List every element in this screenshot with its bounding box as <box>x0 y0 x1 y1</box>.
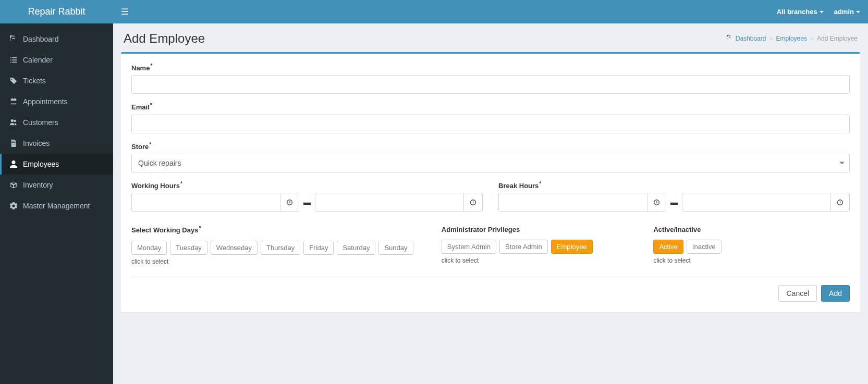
store-select[interactable]: Quick repairs <box>131 154 850 172</box>
day-pill-friday[interactable]: Friday <box>303 241 334 255</box>
break-hours-label: Break Hours <box>498 181 541 190</box>
day-pill-thursday[interactable]: Thursday <box>261 241 300 255</box>
day-pill-tuesday[interactable]: Tuesday <box>170 241 207 255</box>
day-pill-monday[interactable]: Monday <box>131 241 167 255</box>
status-pill-active[interactable]: Active <box>653 240 683 254</box>
caret-down-icon <box>856 11 860 13</box>
gears-icon <box>9 202 18 209</box>
sidebar-item-customers[interactable]: Customers <box>0 112 113 133</box>
working-end-input[interactable] <box>315 193 463 211</box>
priv-label: Administrator Privileges <box>442 226 520 233</box>
status-hint: click to select <box>653 257 850 264</box>
caret-down-icon <box>820 11 824 13</box>
sidebar-item-employees[interactable]: Employees <box>0 154 113 175</box>
users-icon <box>9 119 18 126</box>
clock-icon[interactable] <box>647 193 666 211</box>
page-title: Add Employee <box>124 31 205 46</box>
sidebar-item-label: Dashboard <box>23 35 59 43</box>
day-pill-saturday[interactable]: Saturday <box>337 241 375 255</box>
cancel-button[interactable]: Cancel <box>778 285 817 302</box>
box-icon <box>9 181 18 189</box>
range-dash: ▬ <box>303 198 311 206</box>
branches-label: All branches <box>777 8 817 16</box>
sidebar-item-label: Calender <box>23 56 53 64</box>
store-label: Store <box>131 142 151 151</box>
sidebar-item-appointments[interactable]: Appointments <box>0 91 113 112</box>
sidebar-item-dashboard[interactable]: Dashboard <box>0 29 113 49</box>
sidebar-item-label: Tickets <box>23 77 46 85</box>
email-input[interactable] <box>131 115 850 133</box>
sidebar-item-tickets[interactable]: Tickets <box>0 70 113 91</box>
break-end-input[interactable] <box>682 193 830 211</box>
name-label: Name <box>131 63 152 72</box>
priv-pill-store-admin[interactable]: Store Admin <box>499 240 548 254</box>
store-value: Quick repairs <box>138 159 181 167</box>
breadcrumb-sep: > <box>769 35 773 42</box>
sidebar: DashboardCalenderTicketsAppointmentsCust… <box>0 23 113 384</box>
list-icon <box>9 56 18 64</box>
dashboard-icon <box>727 35 732 42</box>
breadcrumb: Dashboard > Employees > Add Employee <box>727 35 858 42</box>
priv-pill-system-admin[interactable]: System Admin <box>442 240 496 254</box>
dashboard-icon <box>9 35 18 43</box>
day-pill-wednseday[interactable]: Wednseday <box>211 241 258 255</box>
tag-icon <box>9 77 18 84</box>
file-icon <box>9 140 18 147</box>
days-label: Select Working Days <box>131 225 201 234</box>
status-label: Active/Inactive <box>653 226 701 233</box>
clock-icon[interactable] <box>280 193 299 211</box>
sidebar-item-label: Customers <box>23 118 58 127</box>
clock-icon[interactable] <box>830 193 849 211</box>
sidebar-item-calender[interactable]: Calender <box>0 49 113 70</box>
range-dash: ▬ <box>670 198 678 206</box>
breadcrumb-current: Add Employee <box>817 35 858 42</box>
sidebar-item-inventory[interactable]: Inventory <box>0 175 113 195</box>
sidebar-item-invoices[interactable]: Invoices <box>0 133 113 154</box>
working-start-input[interactable] <box>132 193 280 211</box>
priv-pill-employee[interactable]: Employee <box>551 240 593 254</box>
name-input[interactable] <box>131 75 850 94</box>
calendar-icon <box>9 98 18 105</box>
add-button[interactable]: Add <box>821 285 850 302</box>
chevron-down-icon <box>839 162 845 164</box>
email-label: Email <box>131 102 152 111</box>
sidebar-item-master-management[interactable]: Master Management <box>0 195 113 216</box>
brand-logo[interactable]: Repair Rabbit <box>0 0 113 23</box>
user-dropdown[interactable]: admin <box>834 8 860 16</box>
branches-dropdown[interactable]: All branches <box>777 8 824 16</box>
priv-hint: click to select <box>442 257 638 264</box>
breadcrumb-sep: > <box>810 35 814 42</box>
breadcrumb-employees[interactable]: Employees <box>776 35 807 42</box>
status-pill-inactive[interactable]: Inactive <box>687 240 722 254</box>
sidebar-item-label: Master Management <box>23 202 90 210</box>
day-pill-sunday[interactable]: Sunday <box>378 241 413 255</box>
breadcrumb-dashboard[interactable]: Dashboard <box>736 35 766 42</box>
sidebar-item-label: Inventory <box>23 181 53 189</box>
sidebar-item-label: Appointments <box>23 97 68 106</box>
days-hint: click to select <box>131 258 426 265</box>
hamburger-toggle[interactable]: ☰ <box>121 7 128 17</box>
topbar: Repair Rabbit ☰ All branches admin <box>0 0 868 23</box>
working-hours-label: Working Hours <box>131 181 182 190</box>
form-panel: Name Email Store Quick repairs Working H… <box>121 52 860 312</box>
user-icon <box>9 160 18 168</box>
break-start-input[interactable] <box>499 193 647 211</box>
sidebar-item-label: Invoices <box>23 139 50 147</box>
clock-icon[interactable] <box>463 193 482 211</box>
user-label: admin <box>834 8 854 16</box>
sidebar-item-label: Employees <box>23 160 59 168</box>
